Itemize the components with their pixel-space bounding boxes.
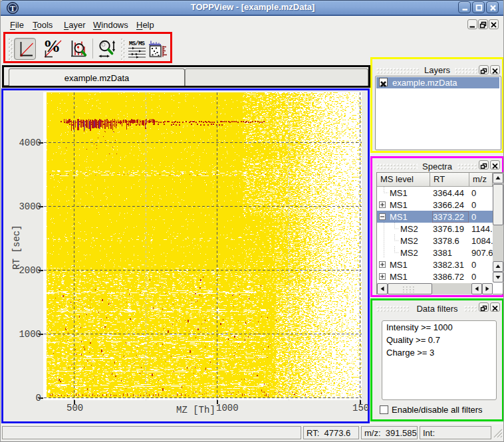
svg-text:%: %: [43, 39, 61, 56]
svg-text:MS/MS: MS/MS: [129, 41, 146, 47]
svg-text:T: T: [10, 4, 15, 13]
